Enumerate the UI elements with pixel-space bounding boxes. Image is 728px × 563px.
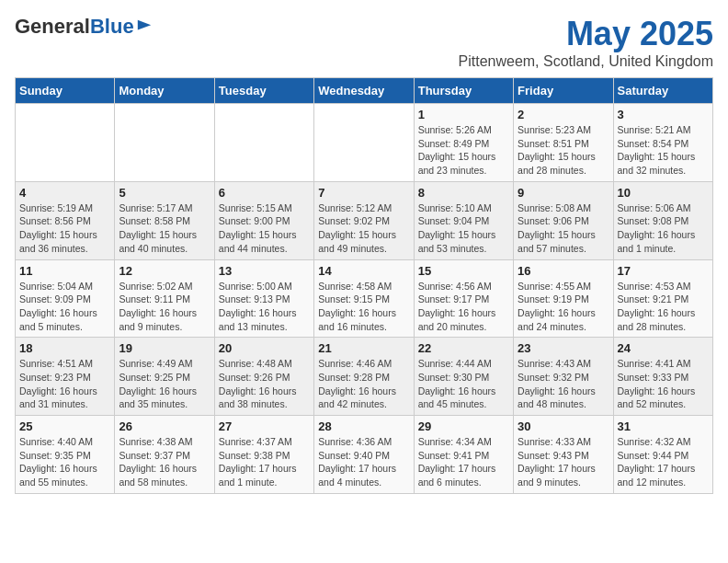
day-number: 9 xyxy=(518,186,609,200)
day-info: Sunrise: 4:56 AM Sunset: 9:17 PM Dayligh… xyxy=(418,280,509,334)
day-info: Sunrise: 4:34 AM Sunset: 9:41 PM Dayligh… xyxy=(418,435,509,489)
calendar-day-cell xyxy=(314,104,414,182)
day-info: Sunrise: 4:32 AM Sunset: 9:44 PM Dayligh… xyxy=(618,435,709,489)
day-info: Sunrise: 5:23 AM Sunset: 8:51 PM Dayligh… xyxy=(518,123,609,178)
weekday-header: Saturday xyxy=(613,78,712,104)
calendar-day-cell: 23Sunrise: 4:43 AM Sunset: 9:32 PM Dayli… xyxy=(514,338,613,416)
calendar-day-cell: 10Sunrise: 5:06 AM Sunset: 9:08 PM Dayli… xyxy=(613,181,712,259)
day-number: 18 xyxy=(19,341,110,355)
calendar-table: SundayMondayTuesdayWednesdayThursdayFrid… xyxy=(15,77,713,494)
weekday-header: Wednesday xyxy=(314,78,414,104)
calendar-day-cell xyxy=(214,104,313,182)
calendar-day-cell: 6Sunrise: 5:15 AM Sunset: 9:00 PM Daylig… xyxy=(214,181,313,259)
weekday-header: Friday xyxy=(514,78,613,104)
day-info: Sunrise: 4:36 AM Sunset: 9:40 PM Dayligh… xyxy=(318,435,409,489)
calendar-day-cell: 2Sunrise: 5:23 AM Sunset: 8:51 PM Daylig… xyxy=(514,104,613,182)
calendar-day-cell: 27Sunrise: 4:37 AM Sunset: 9:38 PM Dayli… xyxy=(214,416,313,494)
main-title: May 2025 xyxy=(459,15,713,53)
day-info: Sunrise: 4:41 AM Sunset: 9:33 PM Dayligh… xyxy=(618,357,709,411)
day-number: 7 xyxy=(318,186,409,200)
day-info: Sunrise: 4:49 AM Sunset: 9:25 PM Dayligh… xyxy=(119,357,210,411)
day-info: Sunrise: 4:43 AM Sunset: 9:32 PM Dayligh… xyxy=(518,357,609,411)
logo-general-text: General xyxy=(15,15,90,38)
logo-blue-text: Blue xyxy=(90,15,134,38)
day-info: Sunrise: 4:33 AM Sunset: 9:43 PM Dayligh… xyxy=(518,435,609,489)
calendar-day-cell: 19Sunrise: 4:49 AM Sunset: 9:25 PM Dayli… xyxy=(115,338,214,416)
day-number: 21 xyxy=(318,341,409,355)
day-number: 27 xyxy=(219,419,310,433)
calendar-day-cell: 14Sunrise: 4:58 AM Sunset: 9:15 PM Dayli… xyxy=(314,259,414,338)
day-info: Sunrise: 4:53 AM Sunset: 9:21 PM Dayligh… xyxy=(618,280,709,334)
day-number: 16 xyxy=(518,264,609,278)
day-info: Sunrise: 4:58 AM Sunset: 9:15 PM Dayligh… xyxy=(318,280,409,334)
page-header: GeneralBlue May 2025 Pittenweem, Scotlan… xyxy=(15,15,713,70)
day-info: Sunrise: 5:10 AM Sunset: 9:04 PM Dayligh… xyxy=(418,201,509,256)
day-info: Sunrise: 4:51 AM Sunset: 9:23 PM Dayligh… xyxy=(19,357,110,411)
calendar-day-cell: 9Sunrise: 5:08 AM Sunset: 9:06 PM Daylig… xyxy=(514,181,613,259)
svg-marker-0 xyxy=(137,20,150,30)
calendar-day-cell: 25Sunrise: 4:40 AM Sunset: 9:35 PM Dayli… xyxy=(16,416,115,494)
day-info: Sunrise: 4:37 AM Sunset: 9:38 PM Dayligh… xyxy=(219,435,310,489)
day-number: 11 xyxy=(19,264,110,278)
weekday-header: Thursday xyxy=(414,78,513,104)
calendar-day-cell: 21Sunrise: 4:46 AM Sunset: 9:28 PM Dayli… xyxy=(314,338,414,416)
calendar-day-cell: 7Sunrise: 5:12 AM Sunset: 9:02 PM Daylig… xyxy=(314,181,414,259)
day-number: 19 xyxy=(119,341,210,355)
calendar-day-cell xyxy=(16,104,115,182)
day-number: 30 xyxy=(518,419,609,433)
day-number: 4 xyxy=(19,186,110,200)
day-info: Sunrise: 4:46 AM Sunset: 9:28 PM Dayligh… xyxy=(318,357,409,411)
day-number: 25 xyxy=(19,419,110,433)
day-number: 12 xyxy=(119,264,210,278)
day-number: 1 xyxy=(418,108,509,121)
day-info: Sunrise: 4:48 AM Sunset: 9:26 PM Dayligh… xyxy=(219,357,310,411)
weekday-header: Monday xyxy=(115,78,214,104)
day-number: 22 xyxy=(418,341,509,355)
calendar-day-cell: 8Sunrise: 5:10 AM Sunset: 9:04 PM Daylig… xyxy=(414,181,513,259)
calendar-day-cell: 22Sunrise: 4:44 AM Sunset: 9:30 PM Dayli… xyxy=(414,338,513,416)
day-number: 31 xyxy=(618,419,709,433)
day-info: Sunrise: 4:40 AM Sunset: 9:35 PM Dayligh… xyxy=(19,435,110,489)
calendar-day-cell: 4Sunrise: 5:19 AM Sunset: 8:56 PM Daylig… xyxy=(16,181,115,259)
calendar-day-cell: 5Sunrise: 5:17 AM Sunset: 8:58 PM Daylig… xyxy=(115,181,214,259)
day-number: 26 xyxy=(119,419,210,433)
calendar-day-cell: 13Sunrise: 5:00 AM Sunset: 9:13 PM Dayli… xyxy=(214,259,313,338)
day-info: Sunrise: 5:26 AM Sunset: 8:49 PM Dayligh… xyxy=(418,123,509,178)
calendar-day-cell: 29Sunrise: 4:34 AM Sunset: 9:41 PM Dayli… xyxy=(414,416,513,494)
calendar-day-cell: 17Sunrise: 4:53 AM Sunset: 9:21 PM Dayli… xyxy=(613,259,712,338)
calendar-week-row: 11Sunrise: 5:04 AM Sunset: 9:09 PM Dayli… xyxy=(16,259,713,338)
calendar-day-cell: 26Sunrise: 4:38 AM Sunset: 9:37 PM Dayli… xyxy=(115,416,214,494)
day-number: 8 xyxy=(418,186,509,200)
day-number: 13 xyxy=(219,264,310,278)
day-info: Sunrise: 4:44 AM Sunset: 9:30 PM Dayligh… xyxy=(418,357,509,411)
day-number: 6 xyxy=(219,186,310,200)
calendar-header-row: SundayMondayTuesdayWednesdayThursdayFrid… xyxy=(16,78,713,104)
day-number: 20 xyxy=(219,341,310,355)
day-number: 23 xyxy=(518,341,609,355)
day-number: 24 xyxy=(618,341,709,355)
day-info: Sunrise: 4:38 AM Sunset: 9:37 PM Dayligh… xyxy=(119,435,210,489)
calendar-week-row: 1Sunrise: 5:26 AM Sunset: 8:49 PM Daylig… xyxy=(16,104,713,182)
calendar-day-cell: 12Sunrise: 5:02 AM Sunset: 9:11 PM Dayli… xyxy=(115,259,214,338)
calendar-week-row: 25Sunrise: 4:40 AM Sunset: 9:35 PM Dayli… xyxy=(16,416,713,494)
day-info: Sunrise: 5:04 AM Sunset: 9:09 PM Dayligh… xyxy=(19,280,110,334)
calendar-week-row: 18Sunrise: 4:51 AM Sunset: 9:23 PM Dayli… xyxy=(16,338,713,416)
day-number: 3 xyxy=(618,108,709,121)
day-number: 14 xyxy=(318,264,409,278)
day-number: 28 xyxy=(318,419,409,433)
day-info: Sunrise: 5:00 AM Sunset: 9:13 PM Dayligh… xyxy=(219,280,310,334)
day-number: 15 xyxy=(418,264,509,278)
calendar-day-cell: 24Sunrise: 4:41 AM Sunset: 9:33 PM Dayli… xyxy=(613,338,712,416)
calendar-day-cell: 31Sunrise: 4:32 AM Sunset: 9:44 PM Dayli… xyxy=(613,416,712,494)
day-info: Sunrise: 5:21 AM Sunset: 8:54 PM Dayligh… xyxy=(618,123,709,178)
day-number: 17 xyxy=(618,264,709,278)
day-info: Sunrise: 5:12 AM Sunset: 9:02 PM Dayligh… xyxy=(318,201,409,256)
calendar-day-cell: 11Sunrise: 5:04 AM Sunset: 9:09 PM Dayli… xyxy=(16,259,115,338)
day-number: 5 xyxy=(119,186,210,200)
day-info: Sunrise: 5:02 AM Sunset: 9:11 PM Dayligh… xyxy=(119,280,210,334)
day-number: 2 xyxy=(518,108,609,121)
logo: GeneralBlue xyxy=(15,15,153,39)
weekday-header: Tuesday xyxy=(214,78,313,104)
weekday-header: Sunday xyxy=(16,78,115,104)
calendar-day-cell: 3Sunrise: 5:21 AM Sunset: 8:54 PM Daylig… xyxy=(613,104,712,182)
